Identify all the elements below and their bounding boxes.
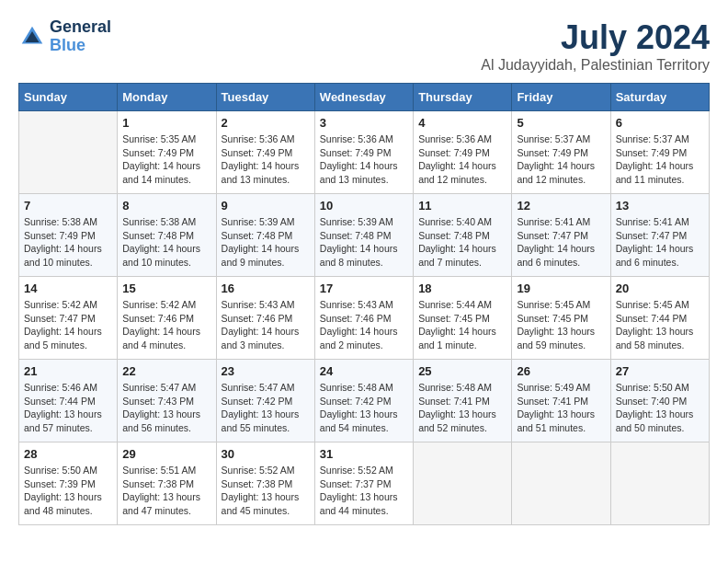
day-number: 25: [418, 364, 506, 378]
day-number: 21: [24, 364, 112, 378]
day-header-thursday: Thursday: [414, 84, 512, 111]
day-number: 27: [616, 364, 704, 378]
calendar-cell: 18Sunrise: 5:44 AM Sunset: 7:45 PM Dayli…: [414, 277, 512, 360]
calendar-cell: 22Sunrise: 5:47 AM Sunset: 7:43 PM Dayli…: [118, 360, 216, 442]
calendar-cell: 6Sunrise: 5:37 AM Sunset: 7:49 PM Daylig…: [610, 111, 709, 194]
calendar-cell: [610, 442, 709, 525]
day-number: 18: [418, 282, 506, 295]
day-info: Sunrise: 5:43 AM Sunset: 7:46 PM Dayligh…: [320, 298, 408, 352]
day-number: 17: [320, 282, 408, 295]
day-info: Sunrise: 5:39 AM Sunset: 7:48 PM Dayligh…: [222, 215, 310, 270]
day-info: Sunrise: 5:36 AM Sunset: 7:49 PM Dayligh…: [418, 132, 506, 187]
day-info: Sunrise: 5:41 AM Sunset: 7:47 PM Dayligh…: [517, 215, 605, 270]
days-header-row: SundayMondayTuesdayWednesdayThursdayFrid…: [19, 84, 710, 111]
day-number: 1: [122, 116, 210, 130]
day-info: Sunrise: 5:42 AM Sunset: 7:46 PM Dayligh…: [122, 298, 210, 352]
calendar-cell: 20Sunrise: 5:45 AM Sunset: 7:44 PM Dayli…: [610, 277, 709, 360]
day-info: Sunrise: 5:47 AM Sunset: 7:42 PM Dayligh…: [222, 381, 310, 435]
calendar-cell: 3Sunrise: 5:36 AM Sunset: 7:49 PM Daylig…: [314, 111, 413, 194]
day-header-monday: Monday: [118, 84, 216, 111]
calendar-cell: 4Sunrise: 5:36 AM Sunset: 7:49 PM Daylig…: [414, 111, 512, 194]
day-header-tuesday: Tuesday: [216, 84, 314, 111]
day-header-wednesday: Wednesday: [314, 84, 413, 111]
calendar-cell: 9Sunrise: 5:39 AM Sunset: 7:48 PM Daylig…: [216, 194, 314, 277]
day-number: 29: [122, 447, 210, 461]
day-info: Sunrise: 5:50 AM Sunset: 7:40 PM Dayligh…: [616, 381, 704, 435]
title-block: July 2024 Al Judayyidah, Palestinian Ter…: [481, 18, 710, 74]
calendar-cell: 21Sunrise: 5:46 AM Sunset: 7:44 PM Dayli…: [19, 360, 118, 442]
day-info: Sunrise: 5:47 AM Sunset: 7:43 PM Dayligh…: [122, 381, 210, 435]
day-number: 6: [616, 116, 704, 130]
day-number: 9: [222, 199, 310, 213]
day-info: Sunrise: 5:38 AM Sunset: 7:49 PM Dayligh…: [24, 215, 112, 270]
calendar-cell: 31Sunrise: 5:52 AM Sunset: 7:37 PM Dayli…: [314, 442, 413, 525]
day-info: Sunrise: 5:39 AM Sunset: 7:48 PM Dayligh…: [320, 215, 408, 270]
day-info: Sunrise: 5:36 AM Sunset: 7:49 PM Dayligh…: [320, 132, 408, 187]
calendar-cell: [19, 111, 118, 194]
day-info: Sunrise: 5:43 AM Sunset: 7:46 PM Dayligh…: [222, 298, 310, 352]
calendar-cell: 29Sunrise: 5:51 AM Sunset: 7:38 PM Dayli…: [118, 442, 216, 525]
logo: General Blue: [18, 18, 111, 55]
day-number: 11: [418, 199, 506, 213]
day-info: Sunrise: 5:45 AM Sunset: 7:45 PM Dayligh…: [517, 298, 605, 352]
day-info: Sunrise: 5:52 AM Sunset: 7:37 PM Dayligh…: [320, 464, 408, 518]
day-info: Sunrise: 5:35 AM Sunset: 7:49 PM Dayligh…: [122, 132, 210, 187]
day-number: 28: [24, 447, 112, 461]
logo-icon: [18, 23, 46, 51]
week-row-2: 7Sunrise: 5:38 AM Sunset: 7:49 PM Daylig…: [19, 194, 710, 277]
logo-text: General Blue: [50, 18, 111, 55]
calendar-cell: 30Sunrise: 5:52 AM Sunset: 7:38 PM Dayli…: [216, 442, 314, 525]
page-header: General Blue July 2024 Al Judayyidah, Pa…: [18, 18, 710, 74]
day-info: Sunrise: 5:46 AM Sunset: 7:44 PM Dayligh…: [24, 381, 112, 435]
calendar-cell: 8Sunrise: 5:38 AM Sunset: 7:48 PM Daylig…: [118, 194, 216, 277]
calendar-cell: 24Sunrise: 5:48 AM Sunset: 7:42 PM Dayli…: [314, 360, 413, 442]
day-number: 13: [616, 199, 704, 213]
location-title: Al Judayyidah, Palestinian Territory: [481, 57, 710, 74]
month-title: July 2024: [481, 18, 710, 57]
day-number: 5: [517, 116, 605, 130]
calendar-cell: 1Sunrise: 5:35 AM Sunset: 7:49 PM Daylig…: [118, 111, 216, 194]
calendar-cell: 27Sunrise: 5:50 AM Sunset: 7:40 PM Dayli…: [610, 360, 709, 442]
calendar-cell: 17Sunrise: 5:43 AM Sunset: 7:46 PM Dayli…: [314, 277, 413, 360]
day-info: Sunrise: 5:44 AM Sunset: 7:45 PM Dayligh…: [418, 298, 506, 352]
calendar-cell: 10Sunrise: 5:39 AM Sunset: 7:48 PM Dayli…: [314, 194, 413, 277]
day-info: Sunrise: 5:50 AM Sunset: 7:39 PM Dayligh…: [24, 464, 112, 518]
day-number: 3: [320, 116, 408, 130]
calendar-cell: 14Sunrise: 5:42 AM Sunset: 7:47 PM Dayli…: [19, 277, 118, 360]
week-row-3: 14Sunrise: 5:42 AM Sunset: 7:47 PM Dayli…: [19, 277, 710, 360]
week-row-4: 21Sunrise: 5:46 AM Sunset: 7:44 PM Dayli…: [19, 360, 710, 442]
calendar-cell: 11Sunrise: 5:40 AM Sunset: 7:48 PM Dayli…: [414, 194, 512, 277]
calendar-cell: 2Sunrise: 5:36 AM Sunset: 7:49 PM Daylig…: [216, 111, 314, 194]
day-number: 10: [320, 199, 408, 213]
calendar-cell: 15Sunrise: 5:42 AM Sunset: 7:46 PM Dayli…: [118, 277, 216, 360]
calendar-cell: [512, 442, 610, 525]
day-info: Sunrise: 5:37 AM Sunset: 7:49 PM Dayligh…: [616, 132, 704, 187]
calendar-cell: 7Sunrise: 5:38 AM Sunset: 7:49 PM Daylig…: [19, 194, 118, 277]
day-number: 2: [222, 116, 310, 130]
day-number: 12: [517, 199, 605, 213]
calendar-cell: 26Sunrise: 5:49 AM Sunset: 7:41 PM Dayli…: [512, 360, 610, 442]
day-info: Sunrise: 5:45 AM Sunset: 7:44 PM Dayligh…: [616, 298, 704, 352]
day-number: 24: [320, 364, 408, 378]
calendar-cell: 28Sunrise: 5:50 AM Sunset: 7:39 PM Dayli…: [19, 442, 118, 525]
day-info: Sunrise: 5:40 AM Sunset: 7:48 PM Dayligh…: [418, 215, 506, 270]
day-number: 22: [122, 364, 210, 378]
day-number: 23: [222, 364, 310, 378]
day-number: 7: [24, 199, 112, 213]
day-header-sunday: Sunday: [19, 84, 118, 111]
calendar-cell: 23Sunrise: 5:47 AM Sunset: 7:42 PM Dayli…: [216, 360, 314, 442]
day-info: Sunrise: 5:49 AM Sunset: 7:41 PM Dayligh…: [517, 381, 605, 435]
calendar-cell: 13Sunrise: 5:41 AM Sunset: 7:47 PM Dayli…: [610, 194, 709, 277]
day-number: 15: [122, 282, 210, 295]
day-info: Sunrise: 5:41 AM Sunset: 7:47 PM Dayligh…: [616, 215, 704, 270]
day-number: 19: [517, 282, 605, 295]
calendar-cell: 16Sunrise: 5:43 AM Sunset: 7:46 PM Dayli…: [216, 277, 314, 360]
day-number: 4: [418, 116, 506, 130]
day-info: Sunrise: 5:36 AM Sunset: 7:49 PM Dayligh…: [222, 132, 310, 187]
day-number: 31: [320, 447, 408, 461]
calendar-cell: 5Sunrise: 5:37 AM Sunset: 7:49 PM Daylig…: [512, 111, 610, 194]
day-info: Sunrise: 5:38 AM Sunset: 7:48 PM Dayligh…: [122, 215, 210, 270]
day-number: 26: [517, 364, 605, 378]
day-number: 14: [24, 282, 112, 295]
day-header-saturday: Saturday: [610, 84, 709, 111]
